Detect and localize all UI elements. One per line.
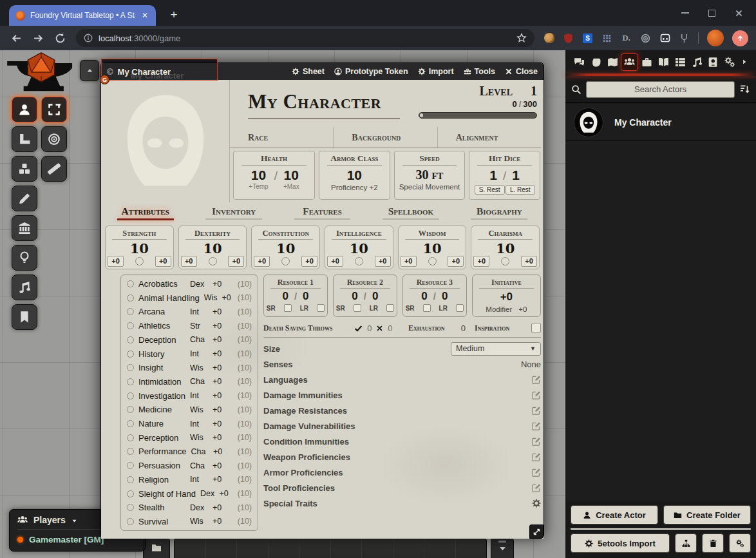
skill-proficiency-toggle[interactable] bbox=[127, 308, 134, 315]
skill-name[interactable]: Investigation bbox=[138, 391, 185, 401]
initiative-box[interactable]: Initiative +0 Modifier+0 bbox=[472, 274, 541, 317]
5etools-import-button[interactable]: 5etools Import bbox=[571, 534, 670, 553]
ability-modifier[interactable]: +0 bbox=[108, 256, 124, 267]
maximize-icon[interactable] bbox=[708, 10, 715, 17]
control-sounds[interactable] bbox=[12, 274, 37, 300]
delete-button[interactable] bbox=[702, 534, 724, 553]
race-field[interactable]: Race bbox=[230, 127, 333, 148]
tool-target[interactable] bbox=[41, 126, 67, 152]
edit-icon[interactable] bbox=[532, 483, 541, 492]
window-resize-handle[interactable] bbox=[529, 524, 543, 539]
skill-row[interactable]: Persuasion Cha +0 (10) bbox=[127, 461, 252, 470]
profile-avatar[interactable] bbox=[707, 30, 724, 46]
skill-proficiency-toggle[interactable] bbox=[127, 462, 134, 469]
stylus-extension-icon[interactable]: S bbox=[583, 34, 592, 43]
control-measure[interactable] bbox=[12, 126, 37, 152]
skill-name[interactable]: Deception bbox=[138, 335, 185, 345]
skill-name[interactable]: Perception bbox=[138, 433, 185, 443]
edit-icon[interactable] bbox=[532, 452, 541, 461]
skill-proficiency-toggle[interactable] bbox=[127, 406, 134, 413]
ability-score[interactable]: 10 bbox=[471, 240, 539, 256]
special-traits-gear-icon[interactable] bbox=[532, 499, 541, 508]
d-extension-icon[interactable]: D. bbox=[621, 33, 632, 44]
macro-slot[interactable] bbox=[237, 537, 269, 558]
inspiration-checkbox[interactable] bbox=[531, 323, 541, 333]
refresh-icon[interactable] bbox=[55, 33, 66, 44]
skill-proficiency-toggle[interactable] bbox=[127, 378, 134, 385]
skill-row[interactable]: Survival Wis +0 (10) bbox=[127, 517, 252, 526]
resource-value[interactable]: 0 bbox=[352, 290, 357, 303]
skill-name[interactable]: Survival bbox=[138, 517, 185, 526]
macro-slot[interactable] bbox=[331, 537, 363, 558]
skill-name[interactable]: Nature bbox=[138, 419, 185, 428]
macro-slot[interactable] bbox=[393, 537, 425, 558]
bookmark-star-icon[interactable] bbox=[516, 33, 527, 43]
import-button[interactable]: Import bbox=[418, 67, 454, 76]
ability-modifier[interactable]: +0 bbox=[401, 256, 417, 267]
ability-modifier[interactable]: +0 bbox=[327, 256, 343, 267]
save-proficiency-toggle[interactable] bbox=[209, 257, 217, 265]
control-notes[interactable] bbox=[12, 304, 37, 330]
ability-block[interactable]: Wisdom 10 +0 +0 bbox=[398, 226, 467, 269]
tab-inventory[interactable]: Inventory bbox=[189, 204, 278, 223]
url-bar[interactable]: localhost:30000/game bbox=[76, 29, 534, 47]
tab-spellbook[interactable]: Spellbook bbox=[366, 204, 455, 223]
skill-row[interactable]: Medicine Wis +0 (10) bbox=[127, 405, 252, 414]
lr-checkbox[interactable] bbox=[386, 304, 394, 312]
ability-modifier[interactable]: +0 bbox=[473, 256, 489, 267]
actor-name[interactable]: My Character bbox=[614, 117, 672, 128]
skill-name[interactable]: Insight bbox=[138, 363, 185, 372]
xp-value[interactable]: 0/300 bbox=[419, 99, 537, 109]
death-success-icon[interactable] bbox=[354, 324, 363, 332]
resource-label[interactable]: Resource 3 bbox=[417, 278, 453, 287]
fork-extension-icon[interactable] bbox=[679, 34, 689, 43]
skill-name[interactable]: Animal Handling bbox=[138, 293, 200, 303]
skill-row[interactable]: Acrobatics Dex +0 (10) bbox=[127, 279, 252, 289]
alignment-field[interactable]: Alignment bbox=[437, 127, 541, 148]
skill-name[interactable]: Persuasion bbox=[138, 461, 185, 470]
skill-row[interactable]: Athletics Str +0 (10) bbox=[127, 321, 252, 331]
forward-icon[interactable] bbox=[33, 33, 44, 44]
macro-slot[interactable] bbox=[269, 537, 300, 558]
size-select[interactable]: Medium▼ bbox=[451, 342, 541, 356]
hp-current[interactable]: 10 bbox=[251, 168, 266, 182]
create-folder-button[interactable]: Create Folder bbox=[663, 505, 751, 524]
circle-extension-icon[interactable] bbox=[641, 34, 650, 43]
grid-extension-icon[interactable] bbox=[602, 34, 612, 43]
exhaustion-value[interactable]: 0 bbox=[445, 323, 466, 333]
ability-block[interactable]: Constitution 10 +0 +0 bbox=[251, 226, 320, 269]
short-rest-button[interactable]: S. Rest bbox=[475, 185, 505, 195]
ability-block[interactable]: Charisma 10 +0 +0 bbox=[471, 226, 540, 269]
skill-name[interactable]: Acrobatics bbox=[138, 279, 185, 289]
hp-max[interactable]: 10 bbox=[284, 168, 299, 182]
macro-slot[interactable] bbox=[175, 537, 206, 558]
death-failure-icon[interactable] bbox=[376, 325, 383, 332]
hit-dice-box[interactable]: Hit Dice 1 / 1 S. Rest L. Rest bbox=[469, 151, 540, 200]
ability-block[interactable]: Dexterity 10 +0 +0 bbox=[178, 226, 247, 269]
background-field[interactable]: Background bbox=[333, 127, 437, 148]
tab-attributes[interactable]: Attributes bbox=[101, 204, 189, 223]
ability-score[interactable]: 10 bbox=[106, 240, 173, 256]
armor-class-box[interactable]: Armor Class 10 Proficiency +2 bbox=[319, 151, 390, 200]
resource-value[interactable]: 0 bbox=[282, 290, 288, 303]
skill-row[interactable]: Religion Int +0 (10) bbox=[127, 475, 252, 485]
prototype-token-button[interactable]: Prototype Token bbox=[334, 67, 408, 76]
skill-name[interactable]: Arcana bbox=[138, 307, 185, 316]
folder-tree-button[interactable] bbox=[675, 534, 697, 553]
control-walls[interactable] bbox=[12, 215, 37, 241]
skill-row[interactable]: Stealth Dex +0 (10) bbox=[127, 503, 252, 512]
tools-button[interactable]: Tools bbox=[464, 67, 495, 76]
macro-slot[interactable] bbox=[206, 537, 238, 558]
tab-tables[interactable] bbox=[672, 54, 688, 70]
special-movement-link[interactable]: Special Movement bbox=[395, 183, 465, 191]
tab-chat[interactable] bbox=[571, 54, 587, 70]
skill-name[interactable]: Religion bbox=[138, 475, 185, 485]
skill-row[interactable]: Nature Int +0 (10) bbox=[127, 419, 252, 428]
sheet-config-button[interactable]: Sheet bbox=[292, 67, 325, 76]
ability-save[interactable]: +0 bbox=[155, 256, 171, 267]
skill-proficiency-toggle[interactable] bbox=[127, 364, 134, 371]
ability-score[interactable]: 10 bbox=[325, 240, 393, 256]
tool-ruler[interactable] bbox=[41, 156, 67, 182]
skill-proficiency-toggle[interactable] bbox=[127, 294, 134, 302]
resource-max[interactable]: 0 bbox=[442, 290, 448, 303]
